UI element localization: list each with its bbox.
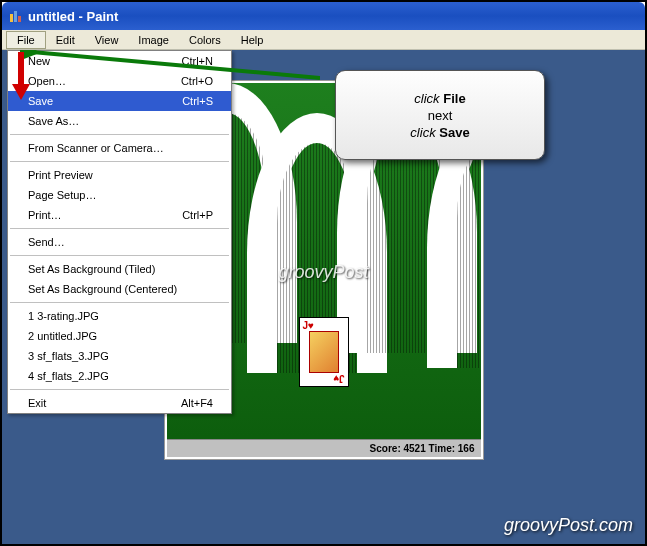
menu-file[interactable]: File [6, 31, 46, 49]
green-arrow-icon [20, 50, 320, 100]
watermark-footer: groovyPost.com [504, 515, 633, 536]
file-from-scanner[interactable]: From Scanner or Camera… [8, 138, 231, 158]
menu-image[interactable]: Image [128, 32, 179, 48]
file-save-as[interactable]: Save As… [8, 111, 231, 131]
window-title: untitled - Paint [28, 9, 118, 24]
app-icon [8, 8, 24, 24]
game-statusbar: Score: 4521 Time: 166 [167, 439, 481, 457]
file-print[interactable]: Print…Ctrl+P [8, 205, 231, 225]
menu-colors[interactable]: Colors [179, 32, 231, 48]
menu-separator [10, 134, 229, 135]
svg-rect-2 [18, 16, 21, 22]
file-bg-centered[interactable]: Set As Background (Centered) [8, 279, 231, 299]
playing-card: J♥ J♥ [299, 317, 349, 387]
menu-separator [10, 389, 229, 390]
time-value: 166 [458, 443, 475, 454]
watermark-center: groovyPost [278, 262, 368, 283]
menu-separator [10, 255, 229, 256]
menubar: File Edit View Image Colors Help [2, 30, 645, 50]
red-arrow-icon [12, 52, 30, 100]
callout-line-3: click Save [410, 125, 469, 140]
file-print-preview[interactable]: Print Preview [8, 165, 231, 185]
menu-help[interactable]: Help [231, 32, 274, 48]
score-value: 4521 [404, 443, 426, 454]
menu-view[interactable]: View [85, 32, 129, 48]
menu-edit[interactable]: Edit [46, 32, 85, 48]
file-recent-2[interactable]: 2 untitled.JPG [8, 326, 231, 346]
instruction-callout: click File next click Save [335, 70, 545, 160]
file-page-setup[interactable]: Page Setup… [8, 185, 231, 205]
file-exit[interactable]: ExitAlt+F4 [8, 393, 231, 413]
file-recent-1[interactable]: 1 3-rating.JPG [8, 306, 231, 326]
menu-separator [10, 228, 229, 229]
callout-line-1: click File [414, 91, 465, 106]
svg-rect-1 [14, 11, 17, 22]
time-label: Time: [429, 443, 456, 454]
window-titlebar: untitled - Paint [2, 2, 645, 30]
score-label: Score: [370, 443, 401, 454]
svg-line-3 [32, 52, 320, 78]
menu-separator [10, 161, 229, 162]
file-bg-tiled[interactable]: Set As Background (Tiled) [8, 259, 231, 279]
file-menu-dropdown: NewCtrl+N Open…Ctrl+O SaveCtrl+S Save As… [7, 50, 232, 414]
svg-rect-0 [10, 14, 13, 22]
file-send[interactable]: Send… [8, 232, 231, 252]
callout-line-2: next [428, 108, 453, 123]
menu-separator [10, 302, 229, 303]
file-recent-3[interactable]: 3 sf_flats_3.JPG [8, 346, 231, 366]
file-recent-4[interactable]: 4 sf_flats_2.JPG [8, 366, 231, 386]
